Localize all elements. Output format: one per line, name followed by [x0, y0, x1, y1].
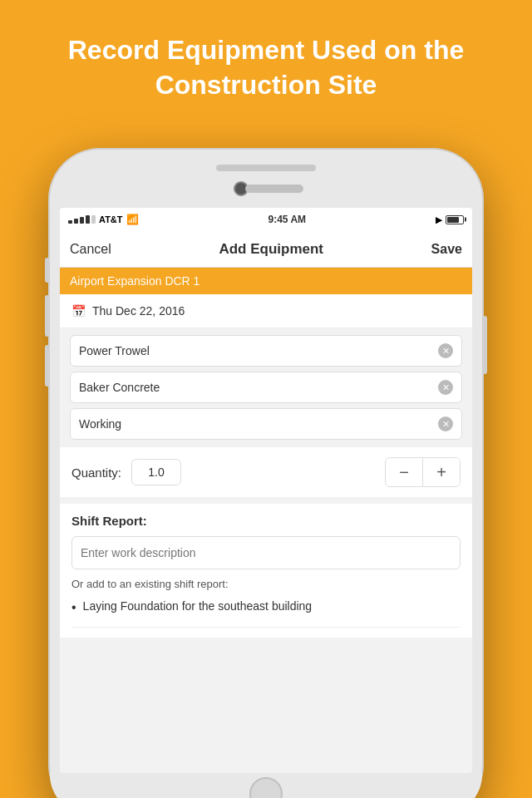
status-time: 9:45 AM — [268, 214, 306, 225]
wifi-icon: 📶 — [126, 214, 139, 225]
date-row: 📅 Thu Dec 22, 2016 — [60, 294, 472, 328]
shift-bullet: • — [71, 598, 76, 617]
equipment-clear-button[interactable]: ✕ — [438, 343, 453, 358]
project-banner: Airport Expansion DCR 1 — [60, 268, 472, 294]
cancel-button[interactable]: Cancel — [70, 242, 111, 257]
phone-bottom — [50, 773, 482, 798]
signal-icon — [68, 215, 96, 224]
increment-button[interactable]: + — [423, 458, 460, 486]
nav-bar: Cancel Add Equipment Save — [60, 231, 472, 268]
description-input[interactable] — [71, 536, 461, 569]
side-button-vol-down — [45, 345, 50, 387]
hero-title: Record Equipment Used on the Constructio… — [0, 0, 532, 119]
phone-mockup: AT&T 📶 9:45 AM ▶ Cancel Add Equipment Sa… — [50, 150, 482, 798]
shift-item-text: Laying Foundation for the southeast buil… — [83, 598, 313, 615]
form-section: Power Trowel ✕ Baker Concrete ✕ Working … — [60, 328, 472, 446]
decrement-button[interactable]: − — [386, 458, 422, 486]
location-icon: ▶ — [436, 215, 442, 224]
equipment-field[interactable]: Power Trowel ✕ — [70, 335, 462, 367]
company-field[interactable]: Baker Concrete ✕ — [70, 372, 462, 403]
quantity-row: Quantity: − + — [60, 446, 472, 497]
shift-section: Shift Report: Or add to an existing shif… — [60, 497, 472, 638]
phone-top-bar — [216, 165, 316, 171]
or-add-label: Or add to an existing shift report: — [71, 578, 461, 590]
status-left: AT&T 📶 — [68, 214, 139, 225]
status-bar: AT&T 📶 9:45 AM ▶ — [60, 208, 472, 231]
phone-shell: AT&T 📶 9:45 AM ▶ Cancel Add Equipment Sa… — [50, 150, 482, 798]
side-button-vol-up — [45, 295, 50, 337]
company-clear-button[interactable]: ✕ — [438, 380, 453, 395]
status-field[interactable]: Working ✕ — [70, 408, 462, 440]
battery-tip — [465, 218, 466, 222]
phone-speaker — [245, 185, 303, 193]
carrier-label: AT&T — [99, 214, 123, 224]
status-clear-button[interactable]: ✕ — [438, 416, 453, 431]
calendar-icon: 📅 — [71, 304, 86, 318]
shift-report-label: Shift Report: — [71, 514, 461, 528]
battery-fill — [447, 217, 459, 223]
date-label: Thu Dec 22, 2016 — [92, 304, 185, 318]
quantity-label: Quantity: — [71, 466, 121, 480]
quantity-input[interactable] — [131, 459, 181, 485]
home-button[interactable] — [249, 777, 283, 798]
shift-item[interactable]: • Laying Foundation for the southeast bu… — [71, 595, 461, 620]
status-right: ▶ — [436, 215, 464, 224]
phone-screen: AT&T 📶 9:45 AM ▶ Cancel Add Equipment Sa… — [60, 208, 472, 773]
save-button[interactable]: Save — [431, 242, 462, 257]
side-button-power — [482, 316, 487, 374]
company-value: Baker Concrete — [79, 381, 160, 394]
nav-title: Add Equipment — [219, 241, 323, 258]
status-value: Working — [79, 417, 121, 431]
equipment-value: Power Trowel — [79, 344, 150, 357]
shift-divider — [71, 627, 461, 628]
stepper-group: − + — [385, 457, 461, 487]
side-button-mute — [45, 258, 50, 283]
battery-icon — [446, 215, 464, 224]
